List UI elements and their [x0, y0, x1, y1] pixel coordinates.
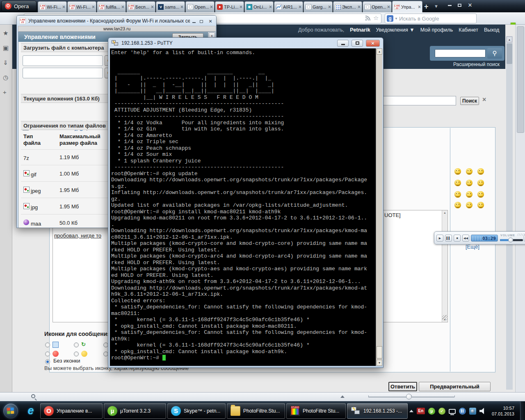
rss-icon[interactable] — [365, 16, 370, 21]
taskbar-item-opera[interactable]: O Управление в... — [40, 403, 103, 419]
tab-besprovodnoy[interactable]: LAN23Бесп...× — [126, 1, 155, 12]
network-tray-icon[interactable] — [449, 409, 456, 414]
tab-close-icon[interactable]: × — [121, 5, 124, 9]
smiley-icon[interactable] — [477, 202, 484, 208]
dialog-close-button[interactable]: × — [207, 17, 214, 25]
history-icon[interactable]: ◷ — [3, 74, 8, 81]
new-tab-button[interactable]: + — [424, 2, 429, 11]
scroll-up-icon[interactable]: ▲ — [507, 37, 512, 42]
smiley-icon[interactable] — [477, 180, 484, 186]
zoom-magnifier-icon[interactable] — [31, 394, 35, 398]
tab-express[interactable]: Эксп...× — [333, 1, 362, 12]
tab-open-2[interactable]: Open...× — [363, 1, 392, 12]
putty-title-bar[interactable]: ϟ 192.168.1.253 - PuTTY × — [108, 38, 383, 48]
panel-expand-icon[interactable] — [340, 395, 345, 398]
textarea-resize-grip[interactable] — [442, 315, 447, 320]
tab-air1[interactable]: AIR1...× — [274, 1, 303, 12]
textarea-scrollbar[interactable]: ▲ ▼ — [442, 210, 447, 322]
zoom-slider-thumb[interactable] — [406, 394, 412, 399]
preview-button[interactable]: Предварительный просмотр — [419, 382, 491, 391]
icon-radio-document[interactable] — [45, 342, 50, 347]
tray-overflow-icon[interactable] — [409, 410, 413, 412]
tab-open-1[interactable]: Open...× — [185, 1, 215, 12]
page-scrollbar[interactable] — [515, 25, 525, 392]
icon-radio-sad[interactable] — [74, 352, 79, 356]
tab-close-icon[interactable]: × — [299, 5, 301, 9]
google-search-input[interactable] — [399, 16, 469, 22]
smiley-icon[interactable] — [477, 191, 484, 198]
tab-tplink[interactable]: TP-Li...× — [215, 1, 244, 12]
downloads-icon[interactable]: ⇓ — [3, 59, 8, 66]
cabinet-link[interactable]: Кабинет — [459, 27, 478, 33]
stop-button[interactable]: ■ — [454, 235, 461, 242]
tab-upravlenie-active[interactable]: LAN23Упра...× — [392, 1, 422, 12]
icon-radio-none-selected[interactable] — [45, 359, 50, 364]
start-button[interactable] — [3, 404, 18, 418]
tab-close-icon[interactable]: × — [180, 5, 183, 9]
tab-wifi-1[interactable]: LAN23Wi-Fi...× — [38, 1, 67, 12]
dialog-minimize-button[interactable] — [192, 17, 196, 25]
reply-button[interactable]: Ответить — [388, 382, 417, 391]
smiley-icon[interactable] — [454, 191, 461, 198]
notes-icon[interactable]: ▣ — [3, 44, 9, 52]
tab-close-icon[interactable]: × — [269, 5, 272, 9]
tab-wifi-2[interactable]: LAN23Wi-Fi...× — [67, 1, 96, 12]
window-close-button[interactable]: × — [465, 2, 475, 9]
smiley-icon[interactable] — [466, 191, 472, 198]
forum-search-input[interactable] — [435, 49, 486, 57]
thread-search-button[interactable]: Поиск — [460, 97, 479, 105]
scrollbar-thumb[interactable] — [377, 346, 382, 358]
forum-search-button[interactable]: ⚲ — [487, 48, 502, 59]
bookmarks-icon[interactable]: ★ — [3, 30, 8, 37]
internet-explorer-icon[interactable]: e — [25, 406, 36, 416]
tab-fullflash[interactable]: LAN23fullfla...× — [97, 1, 126, 12]
username-link[interactable]: Petnarik — [350, 27, 370, 33]
tab-overflow-button[interactable]: ▼ — [434, 4, 438, 9]
smiley-icon[interactable] — [466, 180, 472, 186]
putty-minimize-button[interactable] — [337, 40, 349, 47]
file-input-2[interactable] — [23, 68, 103, 78]
tray-clock[interactable]: 10:57 07.01.2013 — [490, 405, 514, 417]
forum-inner-scrollbar[interactable]: ▲ — [506, 36, 513, 390]
terminal[interactable]: Enter 'help' for a list of built-in comm… — [110, 48, 382, 366]
profile-link[interactable]: Мой профиль — [420, 27, 453, 33]
taskbar-item-folder[interactable]: PhotoFiltre.Stu... — [227, 403, 285, 419]
scroll-up-icon[interactable]: ▲ — [443, 211, 447, 214]
tab-online[interactable]: OnLi...× — [244, 1, 274, 12]
terminal-scrollbar[interactable]: ▲ ▼ — [376, 48, 382, 366]
window-minimize-button[interactable] — [445, 2, 454, 9]
volume-slider-thumb[interactable] — [508, 237, 513, 242]
smiley-icon[interactable] — [477, 168, 484, 175]
show-desktop-button[interactable] — [520, 402, 525, 420]
opera-menu-button[interactable]: O Opera — [1, 1, 37, 11]
taskbar-item-photofiltre[interactable]: PhotoFiltre Stu... — [286, 403, 346, 419]
tab-close-icon[interactable]: × — [210, 5, 213, 9]
scrollbar-thumb[interactable] — [517, 26, 524, 133]
scrollbar-thumb[interactable] — [507, 43, 512, 64]
notifications-menu[interactable]: Уведомления ▼ — [376, 27, 415, 33]
play-button[interactable]: ▶ — [436, 235, 443, 242]
antivirus-tray-icon[interactable]: ✓ — [438, 408, 445, 415]
camera-tray-icon[interactable] — [469, 408, 476, 415]
tab-close-icon[interactable]: × — [328, 5, 331, 9]
icon-radio-angry[interactable] — [45, 352, 50, 356]
taskbar-item-utorrent[interactable]: µ µTorrent 3.2.3 — [104, 403, 166, 419]
smiley-icon[interactable] — [454, 180, 461, 186]
tab-close-icon[interactable]: × — [62, 5, 65, 9]
prev-track-button[interactable]: ◀◀ — [462, 235, 469, 242]
tab-close-icon[interactable]: × — [358, 5, 361, 9]
thread-search-close-icon[interactable]: × — [482, 96, 486, 103]
putty-close-button[interactable]: × — [366, 40, 380, 47]
panel-add-icon[interactable]: + — [3, 89, 7, 96]
tab-close-icon[interactable]: × — [92, 5, 95, 9]
logout-link[interactable]: Выход — [484, 27, 499, 33]
tab-close-icon[interactable]: × — [387, 5, 390, 9]
language-indicator[interactable]: En — [417, 408, 425, 414]
smiley-icon[interactable] — [466, 202, 472, 208]
smiley-icon[interactable] — [454, 168, 461, 175]
taskbar-item-putty[interactable]: ϟ 192.168.1.253 -... — [347, 403, 408, 419]
search-engine-dropdown-icon[interactable]: ▼ — [395, 17, 398, 21]
pause-button[interactable]: ▌▌ — [445, 235, 452, 242]
advanced-search-link[interactable]: Расширенный поиск — [453, 62, 500, 67]
utorrent-tray-icon[interactable]: µ — [428, 408, 435, 415]
